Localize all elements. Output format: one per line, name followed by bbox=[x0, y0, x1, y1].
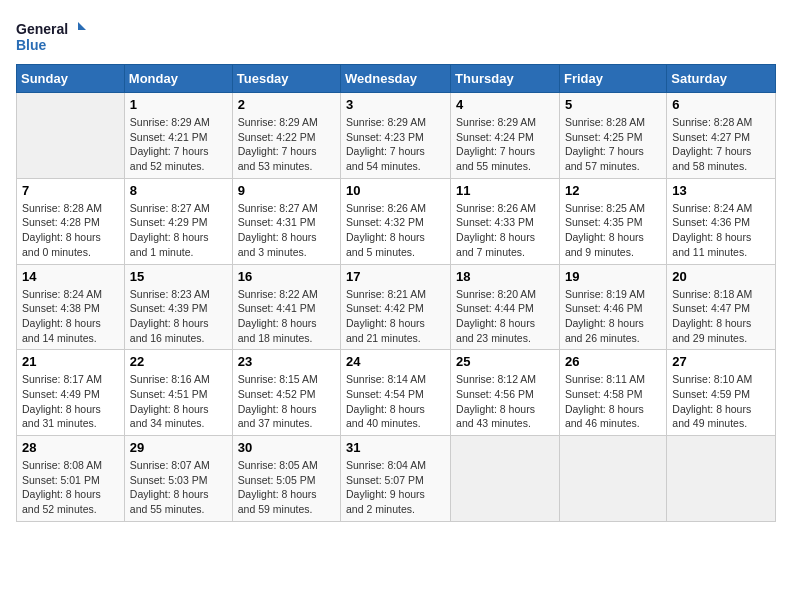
logo-svg: General Blue bbox=[16, 16, 86, 56]
day-number: 14 bbox=[22, 269, 119, 284]
day-info: Sunrise: 8:08 AMSunset: 5:01 PMDaylight:… bbox=[22, 458, 119, 517]
calendar-cell: 28Sunrise: 8:08 AMSunset: 5:01 PMDayligh… bbox=[17, 436, 125, 522]
day-number: 1 bbox=[130, 97, 227, 112]
day-info: Sunrise: 8:28 AMSunset: 4:28 PMDaylight:… bbox=[22, 201, 119, 260]
day-number: 9 bbox=[238, 183, 335, 198]
day-number: 15 bbox=[130, 269, 227, 284]
day-info: Sunrise: 8:16 AMSunset: 4:51 PMDaylight:… bbox=[130, 372, 227, 431]
calendar-cell: 9Sunrise: 8:27 AMSunset: 4:31 PMDaylight… bbox=[232, 178, 340, 264]
day-number: 5 bbox=[565, 97, 661, 112]
day-number: 30 bbox=[238, 440, 335, 455]
day-info: Sunrise: 8:05 AMSunset: 5:05 PMDaylight:… bbox=[238, 458, 335, 517]
day-number: 7 bbox=[22, 183, 119, 198]
svg-text:General: General bbox=[16, 21, 68, 37]
day-number: 22 bbox=[130, 354, 227, 369]
calendar-cell: 6Sunrise: 8:28 AMSunset: 4:27 PMDaylight… bbox=[667, 93, 776, 179]
day-info: Sunrise: 8:20 AMSunset: 4:44 PMDaylight:… bbox=[456, 287, 554, 346]
day-number: 21 bbox=[22, 354, 119, 369]
day-number: 13 bbox=[672, 183, 770, 198]
calendar-cell bbox=[667, 436, 776, 522]
day-number: 3 bbox=[346, 97, 445, 112]
calendar-cell: 17Sunrise: 8:21 AMSunset: 4:42 PMDayligh… bbox=[341, 264, 451, 350]
day-number: 12 bbox=[565, 183, 661, 198]
calendar-cell: 20Sunrise: 8:18 AMSunset: 4:47 PMDayligh… bbox=[667, 264, 776, 350]
svg-marker-2 bbox=[78, 22, 86, 30]
logo: General Blue bbox=[16, 16, 86, 56]
calendar-cell: 26Sunrise: 8:11 AMSunset: 4:58 PMDayligh… bbox=[559, 350, 666, 436]
header-day-thursday: Thursday bbox=[451, 65, 560, 93]
day-info: Sunrise: 8:29 AMSunset: 4:23 PMDaylight:… bbox=[346, 115, 445, 174]
calendar-cell: 29Sunrise: 8:07 AMSunset: 5:03 PMDayligh… bbox=[124, 436, 232, 522]
calendar-cell: 1Sunrise: 8:29 AMSunset: 4:21 PMDaylight… bbox=[124, 93, 232, 179]
day-number: 23 bbox=[238, 354, 335, 369]
day-info: Sunrise: 8:29 AMSunset: 4:21 PMDaylight:… bbox=[130, 115, 227, 174]
calendar-cell: 22Sunrise: 8:16 AMSunset: 4:51 PMDayligh… bbox=[124, 350, 232, 436]
calendar-cell: 7Sunrise: 8:28 AMSunset: 4:28 PMDaylight… bbox=[17, 178, 125, 264]
day-info: Sunrise: 8:29 AMSunset: 4:22 PMDaylight:… bbox=[238, 115, 335, 174]
day-info: Sunrise: 8:29 AMSunset: 4:24 PMDaylight:… bbox=[456, 115, 554, 174]
calendar-cell: 23Sunrise: 8:15 AMSunset: 4:52 PMDayligh… bbox=[232, 350, 340, 436]
calendar-cell bbox=[559, 436, 666, 522]
day-number: 27 bbox=[672, 354, 770, 369]
calendar-table: SundayMondayTuesdayWednesdayThursdayFrid… bbox=[16, 64, 776, 522]
day-info: Sunrise: 8:27 AMSunset: 4:29 PMDaylight:… bbox=[130, 201, 227, 260]
day-info: Sunrise: 8:28 AMSunset: 4:27 PMDaylight:… bbox=[672, 115, 770, 174]
calendar-cell bbox=[17, 93, 125, 179]
calendar-body: 1Sunrise: 8:29 AMSunset: 4:21 PMDaylight… bbox=[17, 93, 776, 522]
day-info: Sunrise: 8:12 AMSunset: 4:56 PMDaylight:… bbox=[456, 372, 554, 431]
calendar-cell: 3Sunrise: 8:29 AMSunset: 4:23 PMDaylight… bbox=[341, 93, 451, 179]
calendar-cell: 19Sunrise: 8:19 AMSunset: 4:46 PMDayligh… bbox=[559, 264, 666, 350]
calendar-cell: 21Sunrise: 8:17 AMSunset: 4:49 PMDayligh… bbox=[17, 350, 125, 436]
calendar-cell: 2Sunrise: 8:29 AMSunset: 4:22 PMDaylight… bbox=[232, 93, 340, 179]
calendar-cell bbox=[451, 436, 560, 522]
day-number: 31 bbox=[346, 440, 445, 455]
header-day-monday: Monday bbox=[124, 65, 232, 93]
day-number: 16 bbox=[238, 269, 335, 284]
day-info: Sunrise: 8:24 AMSunset: 4:38 PMDaylight:… bbox=[22, 287, 119, 346]
calendar-week-2: 7Sunrise: 8:28 AMSunset: 4:28 PMDaylight… bbox=[17, 178, 776, 264]
header-day-friday: Friday bbox=[559, 65, 666, 93]
calendar-cell: 25Sunrise: 8:12 AMSunset: 4:56 PMDayligh… bbox=[451, 350, 560, 436]
svg-text:Blue: Blue bbox=[16, 37, 47, 53]
day-info: Sunrise: 8:04 AMSunset: 5:07 PMDaylight:… bbox=[346, 458, 445, 517]
day-info: Sunrise: 8:19 AMSunset: 4:46 PMDaylight:… bbox=[565, 287, 661, 346]
day-number: 20 bbox=[672, 269, 770, 284]
calendar-week-5: 28Sunrise: 8:08 AMSunset: 5:01 PMDayligh… bbox=[17, 436, 776, 522]
calendar-week-4: 21Sunrise: 8:17 AMSunset: 4:49 PMDayligh… bbox=[17, 350, 776, 436]
calendar-cell: 18Sunrise: 8:20 AMSunset: 4:44 PMDayligh… bbox=[451, 264, 560, 350]
day-info: Sunrise: 8:17 AMSunset: 4:49 PMDaylight:… bbox=[22, 372, 119, 431]
day-info: Sunrise: 8:27 AMSunset: 4:31 PMDaylight:… bbox=[238, 201, 335, 260]
calendar-cell: 13Sunrise: 8:24 AMSunset: 4:36 PMDayligh… bbox=[667, 178, 776, 264]
day-info: Sunrise: 8:10 AMSunset: 4:59 PMDaylight:… bbox=[672, 372, 770, 431]
day-info: Sunrise: 8:22 AMSunset: 4:41 PMDaylight:… bbox=[238, 287, 335, 346]
day-number: 6 bbox=[672, 97, 770, 112]
calendar-week-3: 14Sunrise: 8:24 AMSunset: 4:38 PMDayligh… bbox=[17, 264, 776, 350]
day-number: 24 bbox=[346, 354, 445, 369]
day-info: Sunrise: 8:11 AMSunset: 4:58 PMDaylight:… bbox=[565, 372, 661, 431]
header-day-saturday: Saturday bbox=[667, 65, 776, 93]
day-info: Sunrise: 8:23 AMSunset: 4:39 PMDaylight:… bbox=[130, 287, 227, 346]
day-number: 25 bbox=[456, 354, 554, 369]
day-number: 10 bbox=[346, 183, 445, 198]
calendar-cell: 8Sunrise: 8:27 AMSunset: 4:29 PMDaylight… bbox=[124, 178, 232, 264]
day-info: Sunrise: 8:07 AMSunset: 5:03 PMDaylight:… bbox=[130, 458, 227, 517]
calendar-cell: 15Sunrise: 8:23 AMSunset: 4:39 PMDayligh… bbox=[124, 264, 232, 350]
day-info: Sunrise: 8:26 AMSunset: 4:33 PMDaylight:… bbox=[456, 201, 554, 260]
day-info: Sunrise: 8:25 AMSunset: 4:35 PMDaylight:… bbox=[565, 201, 661, 260]
calendar-cell: 5Sunrise: 8:28 AMSunset: 4:25 PMDaylight… bbox=[559, 93, 666, 179]
calendar-cell: 11Sunrise: 8:26 AMSunset: 4:33 PMDayligh… bbox=[451, 178, 560, 264]
calendar-cell: 14Sunrise: 8:24 AMSunset: 4:38 PMDayligh… bbox=[17, 264, 125, 350]
day-number: 28 bbox=[22, 440, 119, 455]
day-info: Sunrise: 8:24 AMSunset: 4:36 PMDaylight:… bbox=[672, 201, 770, 260]
calendar-cell: 16Sunrise: 8:22 AMSunset: 4:41 PMDayligh… bbox=[232, 264, 340, 350]
calendar-cell: 30Sunrise: 8:05 AMSunset: 5:05 PMDayligh… bbox=[232, 436, 340, 522]
header-day-sunday: Sunday bbox=[17, 65, 125, 93]
day-number: 19 bbox=[565, 269, 661, 284]
calendar-cell: 12Sunrise: 8:25 AMSunset: 4:35 PMDayligh… bbox=[559, 178, 666, 264]
page-header: General Blue bbox=[16, 16, 776, 56]
calendar-cell: 4Sunrise: 8:29 AMSunset: 4:24 PMDaylight… bbox=[451, 93, 560, 179]
day-info: Sunrise: 8:26 AMSunset: 4:32 PMDaylight:… bbox=[346, 201, 445, 260]
day-number: 11 bbox=[456, 183, 554, 198]
header-day-tuesday: Tuesday bbox=[232, 65, 340, 93]
day-number: 2 bbox=[238, 97, 335, 112]
